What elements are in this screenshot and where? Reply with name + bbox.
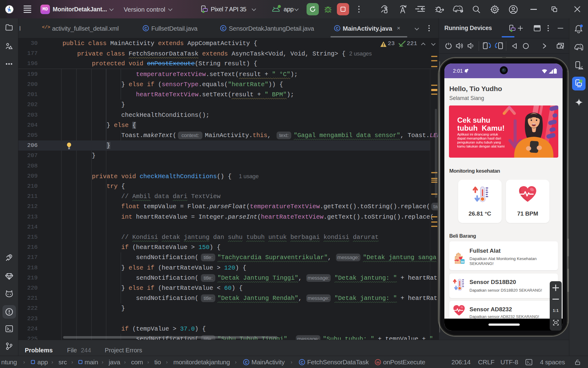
svg-text:C: C: [336, 26, 339, 31]
svg-text:C: C: [301, 360, 303, 365]
svg-text:C: C: [145, 26, 147, 31]
svg-text:m: m: [376, 360, 380, 365]
svg-text:80: 80: [461, 260, 464, 263]
svg-text:C: C: [245, 360, 248, 365]
svg-text:C: C: [222, 26, 225, 31]
